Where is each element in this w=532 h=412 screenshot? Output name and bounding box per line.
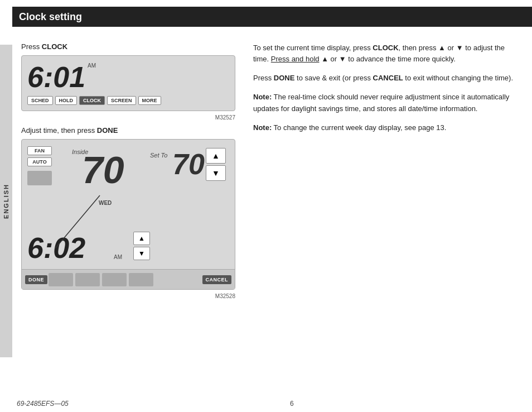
blank-strip-4 [129,273,153,286]
bottom-am: AM [114,254,122,260]
set-arrows: ▲ ▼ [206,148,226,181]
auto-button[interactable]: AUTO [27,157,52,166]
done-bold: DONE [97,126,118,135]
model-num-1: M32527 [21,114,235,121]
blank-strip-3 [102,273,127,286]
set-to-label: Set To [150,152,167,159]
up-arrow-button[interactable]: ▲ [206,148,226,164]
set-to-temp: 70 [172,150,205,179]
press-clock-label: Press CLOCK [21,42,235,51]
time-up-button[interactable]: ▲ [133,232,150,245]
sidebar: ENGLISH [0,45,12,357]
model-num-2: M32528 [21,293,235,299]
footer-center: 6 [290,400,294,408]
note1: Note: The real-time clock should never r… [253,92,521,114]
fan-button[interactable]: FAN [27,146,52,155]
down-arrow-button[interactable]: ▼ [206,165,226,181]
time-down-button[interactable]: ▼ [133,247,150,260]
footer: 69-2485EFS—05 6 [17,400,515,408]
thermostat-display-2: FAN AUTO Inside 70 Set To 70 ▲ ▼ WED 6:0… [21,139,235,290]
header-bar: Clock setting [12,7,532,27]
underlined-text: Press and hold [271,55,320,63]
main-content: Press CLOCK 6:01 AM SCHED HOLD CLOCK SCR… [12,33,532,395]
clock-bold: CLOCK [42,42,67,51]
thermo1-am: AM [88,63,96,69]
wed-label: WED [99,200,112,206]
page-title: Clock setting [19,11,82,23]
sched-button[interactable]: SCHED [27,96,53,105]
blank-strip-1 [49,273,73,286]
adjust-label: Adjust time, then press DONE [21,126,235,135]
sidebar-label: ENGLISH [3,184,9,219]
footer-left: 69-2485EFS—05 [17,400,69,408]
note2-label: Note: [253,123,272,132]
bottom-time: 6:02 [27,232,85,264]
cancel-button[interactable]: CANCEL [202,275,232,284]
blank-button-1 [27,171,52,185]
screen-button[interactable]: SCREEN [107,96,136,105]
blank-strip-2 [75,273,100,286]
thermo1-buttons: SCHED HOLD CLOCK SCREEN MORE [27,96,229,105]
para2: Press DONE to save & exit (or press CANC… [253,73,521,84]
para1: To set the current time display, press C… [253,42,521,65]
note2: Note: To change the current week day dis… [253,122,521,133]
hold-button[interactable]: HOLD [55,96,78,105]
left-column: Press CLOCK 6:01 AM SCHED HOLD CLOCK SCR… [12,33,246,395]
thermostat-display-1: 6:01 AM SCHED HOLD CLOCK SCREEN MORE [21,55,235,111]
inside-temp: 70 [82,151,124,189]
cancel-strong-2: CANCEL [373,74,403,82]
done-strong-2: DONE [274,74,295,82]
more-button[interactable]: MORE [138,96,161,105]
clock-button[interactable]: CLOCK [79,96,105,105]
time-arrows: ▲ ▼ [133,232,150,260]
right-column: To set the current time display, press C… [246,33,532,395]
bottom-time-area: 6:02 [27,233,85,262]
clock-strong-1: CLOCK [373,44,398,52]
bottom-strip: DONE CANCEL [22,269,235,289]
thermo1-time: 6:01 [27,63,229,92]
note1-label: Note: [253,93,272,101]
fan-auto-area: FAN AUTO [27,146,52,185]
done-button[interactable]: DONE [25,275,47,284]
